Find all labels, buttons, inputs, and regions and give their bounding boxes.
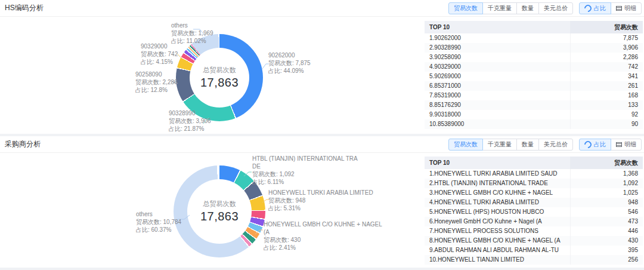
detail-view-button[interactable]: 明细	[611, 139, 642, 151]
total-trades-label: 总贸易次数	[203, 200, 236, 208]
row-rank-name: 6.Honeywell GmbH C/O Kuhne + Nagel (A	[425, 217, 570, 226]
row-rank-name: 2.90328990	[425, 43, 570, 53]
row-rank-name: 1.90262000	[425, 33, 570, 43]
rank-column-header: TOP 10	[425, 157, 570, 169]
row-rank-name: 9.ABDUL RAHMAN ALI ABDUL RAHMAN AL-TU	[425, 246, 570, 255]
row-rank-name: 6.85371000	[425, 81, 570, 91]
hs-code-top10-table: TOP 10 贸易次数 1.902620007,8752.903289903,9…	[425, 21, 643, 129]
row-value: 1,368	[570, 169, 643, 179]
donut-chart-icon	[583, 3, 593, 13]
metric-trades-button[interactable]: 贸易次数	[448, 2, 483, 14]
table-row: 10.HONEYWELL TIANJIN LIMITED256	[425, 255, 643, 265]
row-rank-name: 3.HONEYWELL GMBH C/O KUHNE + NAGEL	[425, 188, 570, 198]
table-row: 4.HONEYWELL TURKI ARABIA LIMITED948	[425, 198, 643, 207]
row-value: 430	[570, 236, 643, 246]
table-row: 7.85319000168	[425, 91, 643, 100]
segment-callout: others 贸易次数: 1,969 占比: 11.02%	[171, 22, 213, 45]
view-switcher: 占比 明细	[579, 139, 642, 151]
detail-view-label: 明细	[624, 5, 636, 12]
metric-switcher: 贸易次数 千克重量 数量 美元总价	[448, 2, 573, 14]
table-body: 1.902620007,8752.903289903,9063.90258090…	[425, 33, 643, 129]
value-column-header: 贸易次数	[570, 21, 643, 33]
row-value: 2,286	[570, 53, 643, 62]
segment-callout: 90262000 贸易次数: 7,875 占比: 44.09%	[268, 51, 311, 75]
donut-center: 总贸易次数 17,863	[190, 48, 249, 108]
table-row: 1.HONEYWELL TURKI ARABIA LIMITED SAUD1,3…	[425, 169, 643, 179]
trade-analysis-dashboard: HS编码分析 贸易次数 千克重量 数量 美元总价 占比 明细 采购商分析 贸	[0, 0, 644, 270]
row-rank-name: 7.85319000	[425, 91, 570, 100]
table-row: 3.HONEYWELL GMBH C/O KUHNE + NAGEL1,025	[425, 188, 643, 198]
segment-callout: 90328990 贸易次数: 3,906 占比: 21.87%	[169, 109, 211, 133]
ratio-view-label: 占比	[594, 5, 606, 12]
row-value: 341	[570, 72, 643, 81]
row-rank-name: 7.HONEYWELL PROCESS SOLUTIONS	[425, 226, 570, 236]
ratio-view-button[interactable]: 占比	[579, 2, 611, 14]
table-row: 9.9031800092	[425, 110, 643, 119]
donut-center: 总贸易次数 17,863	[187, 179, 252, 244]
table-row: 6.85371000261	[425, 81, 643, 91]
table-header: TOP 10 贸易次数	[425, 21, 643, 33]
row-rank-name: 3.90258090	[425, 53, 570, 62]
metric-quantity-button[interactable]: 数量	[516, 139, 539, 151]
table-row: 6.Honeywell GmbH C/O Kuhne + Nagel (A473	[425, 217, 643, 226]
row-value: 446	[570, 226, 643, 236]
table-row: 5.90269000341	[425, 72, 643, 81]
total-trades-value: 17,863	[200, 210, 239, 223]
total-trades-label: 总贸易次数	[203, 66, 236, 75]
row-value: 168	[570, 91, 643, 100]
row-rank-name: 4.90329000	[425, 62, 570, 72]
value-column-header: 贸易次数	[570, 157, 643, 169]
row-value: 395	[570, 246, 643, 255]
row-rank-name: 10.HONEYWELL TIANJIN LIMITED	[425, 255, 570, 265]
detail-view-label: 明细	[624, 141, 636, 148]
row-value: 133	[570, 100, 643, 110]
row-value: 473	[570, 217, 643, 226]
row-rank-name: 5.90269000	[425, 72, 570, 81]
donut-chart-icon	[583, 139, 593, 149]
section-header: HS编码分析 贸易次数 千克重量 数量 美元总价 占比 明细	[0, 0, 644, 17]
row-value: 1,092	[570, 179, 643, 188]
toolbar: 贸易次数 千克重量 数量 美元总价 占比 明细	[448, 139, 642, 151]
table-row: 2.903289903,906	[425, 43, 643, 53]
section-title: HS编码分析	[5, 3, 44, 13]
row-value: 742	[570, 62, 643, 72]
buyer-top10-table: TOP 10 贸易次数 1.HONEYWELL TURKI ARABIA LIM…	[425, 157, 643, 265]
table-row: 10.8538900090	[425, 119, 643, 129]
row-rank-name: 1.HONEYWELL TURKI ARABIA LIMITED SAUD	[425, 169, 570, 179]
detail-view-button[interactable]: 明细	[611, 2, 642, 14]
segment-callout: 90258090 贸易次数: 2,286 占比: 12.8%	[135, 70, 178, 94]
row-value: 92	[570, 110, 643, 119]
toolbar: 贸易次数 千克重量 数量 美元总价 占比 明细	[448, 2, 642, 14]
total-trades-value: 17,863	[200, 76, 239, 90]
table-row: 4.90329000742	[425, 62, 643, 72]
ratio-view-button[interactable]: 占比	[579, 139, 611, 151]
view-switcher: 占比 明细	[579, 2, 642, 14]
table-row: 1.902620007,875	[425, 33, 643, 43]
row-rank-name: 9.90318000	[425, 110, 570, 119]
row-rank-name: 2.HTBL (TIANJIN) INTERNATIONAL TRADE	[425, 179, 570, 188]
metric-usd-button[interactable]: 美元总价	[538, 139, 573, 151]
table-row: 9.ABDUL RAHMAN ALI ABDUL RAHMAN AL-TU395	[425, 246, 643, 255]
metric-quantity-button[interactable]: 数量	[516, 2, 539, 14]
segment-callout: HONEYWELL TURKI ARABIA LIMITED 贸易次数: 948…	[268, 189, 373, 212]
table-grid-icon	[616, 142, 622, 147]
metric-usd-button[interactable]: 美元总价	[538, 2, 573, 14]
table-row: 8.85176290133	[425, 100, 643, 110]
metric-weight-button[interactable]: 千克重量	[482, 139, 517, 151]
metric-switcher: 贸易次数 千克重量 数量 美元总价	[448, 139, 573, 151]
section-header: 采购商分析 贸易次数 千克重量 数量 美元总价 占比 明细	[0, 136, 644, 153]
segment-callout: others 贸易次数: 10,784 占比: 60.37%	[136, 210, 181, 234]
table-row: 8.HONEYWELL GMBH C/O KUHNE + NAGEL (A430	[425, 236, 643, 246]
segment-callout: HONEYWELL GMBH C/O KUHNE + NAGEL (A 贸易次数…	[264, 220, 382, 251]
row-rank-name: 5.HONEYWELL (HPS) HOUSTON HUBCO	[425, 207, 570, 217]
section-title: 采购商分析	[5, 139, 41, 149]
ratio-view-label: 占比	[594, 141, 606, 148]
row-rank-name: 8.85176290	[425, 100, 570, 110]
metric-weight-button[interactable]: 千克重量	[482, 2, 517, 14]
table-header: TOP 10 贸易次数	[425, 157, 643, 169]
metric-trades-button[interactable]: 贸易次数	[448, 139, 483, 151]
table-body: 1.HONEYWELL TURKI ARABIA LIMITED SAUD1,3…	[425, 169, 643, 265]
row-value: 90	[570, 119, 643, 129]
row-value: 3,906	[570, 43, 643, 53]
table-row: 5.HONEYWELL (HPS) HOUSTON HUBCO546	[425, 207, 643, 217]
